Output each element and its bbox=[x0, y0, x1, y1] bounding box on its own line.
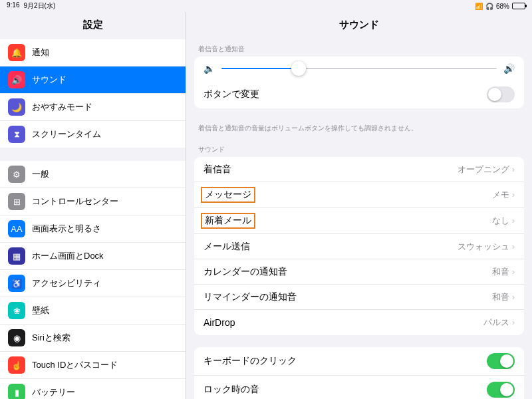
ringer-footer: 着信音と通知音の音量はボリュームボタンを操作しても調節されません。 bbox=[186, 120, 532, 133]
sidebar-item-label: 通知 bbox=[32, 47, 49, 59]
sidebar-icon: AA bbox=[8, 220, 25, 237]
battery-percent: 68% bbox=[496, 3, 509, 10]
content: サウンド 着信音と通知音 🔈 🔊 ボタンで変更 着信音と通知音の音量はボリューム… bbox=[186, 12, 532, 399]
change-with-buttons-row[interactable]: ボタンで変更 bbox=[194, 80, 524, 108]
lock-sound-row[interactable]: ロック時の音 bbox=[194, 376, 524, 399]
change-with-buttons-switch[interactable] bbox=[487, 86, 515, 102]
sidebar-icon: ⊞ bbox=[8, 193, 25, 210]
sidebar-icon: ☝ bbox=[8, 356, 25, 374]
sidebar-item[interactable]: ♿アクセシビリティ bbox=[0, 270, 186, 297]
sound-row[interactable]: メール送信スウォッシュ› bbox=[194, 234, 524, 259]
sidebar-item-label: スクリーンタイム bbox=[32, 128, 101, 140]
sidebar-icon: ◉ bbox=[8, 329, 25, 346]
sidebar-title: 設定 bbox=[0, 12, 186, 39]
lock-sound-switch[interactable] bbox=[487, 382, 515, 398]
feedback-section: キーボードのクリック ロック時の音 bbox=[194, 347, 524, 399]
chevron-right-icon: › bbox=[512, 190, 515, 200]
sidebar-item-label: 画面表示と明るさ bbox=[32, 223, 101, 235]
sound-label: AirDrop bbox=[203, 317, 235, 328]
sidebar-item[interactable]: ❀壁紙 bbox=[0, 297, 186, 325]
sidebar-icon: ⧗ bbox=[8, 126, 25, 143]
lock-sound-label: ロック時の音 bbox=[203, 384, 259, 396]
content-title: サウンド bbox=[186, 12, 532, 39]
sidebar-item-label: ホーム画面とDock bbox=[32, 250, 104, 262]
chevron-right-icon: › bbox=[512, 242, 515, 251]
sounds-section: 着信音オープニング›メッセージメモ›新着メールなし›メール送信スウォッシュ›カレ… bbox=[194, 157, 524, 335]
sounds-header: サウンド bbox=[186, 140, 532, 157]
sidebar-item-label: Siriと検索 bbox=[32, 332, 70, 344]
sound-row[interactable]: 着信音オープニング› bbox=[194, 157, 524, 182]
sound-label: カレンダーの通知音 bbox=[203, 266, 287, 278]
sidebar-item-label: Touch IDとパスコード bbox=[32, 359, 118, 371]
sound-row[interactable]: 新着メールなし› bbox=[194, 208, 524, 234]
keyboard-click-label: キーボードのクリック bbox=[203, 355, 297, 367]
status-bar: 9:16 9月2日(水) 📶 🎧 68% bbox=[0, 0, 532, 12]
sidebar-item[interactable]: 🔊サウンド bbox=[0, 66, 186, 94]
chevron-right-icon: › bbox=[512, 318, 515, 327]
sidebar-icon: ⚙ bbox=[8, 166, 25, 183]
volume-slider-row[interactable]: 🔈 🔊 bbox=[194, 57, 524, 80]
sidebar-item-label: 一般 bbox=[32, 168, 49, 180]
sound-value: 和音› bbox=[492, 266, 515, 278]
status-date: 9月2日(水) bbox=[23, 1, 55, 11]
sidebar: 設定 🔔通知🔊サウンド🌙おやすみモード⧗スクリーンタイム ⚙一般⊞コントロールセ… bbox=[0, 12, 186, 399]
sidebar-group-2: ⚙一般⊞コントロールセンターAA画面表示と明るさ▦ホーム画面とDock♿アクセシ… bbox=[0, 161, 186, 399]
chevron-right-icon: › bbox=[512, 216, 515, 225]
chevron-right-icon: › bbox=[512, 293, 515, 302]
volume-low-icon: 🔈 bbox=[203, 63, 215, 74]
sidebar-icon: 🔔 bbox=[8, 44, 25, 61]
volume-slider[interactable] bbox=[221, 68, 497, 69]
sound-value: パルス› bbox=[483, 317, 515, 329]
sound-label: 新着メール bbox=[201, 213, 255, 229]
battery-icon bbox=[512, 3, 525, 9]
sidebar-icon: ▦ bbox=[8, 247, 25, 265]
sound-row[interactable]: リマインダーの通知音和音› bbox=[194, 285, 524, 310]
keyboard-click-row[interactable]: キーボードのクリック bbox=[194, 347, 524, 376]
sidebar-item-label: 壁紙 bbox=[32, 305, 49, 317]
volume-high-icon: 🔊 bbox=[503, 63, 515, 74]
sidebar-icon: ▮ bbox=[8, 384, 25, 399]
sidebar-item[interactable]: ⚙一般 bbox=[0, 161, 186, 188]
status-time: 9:16 bbox=[7, 1, 19, 11]
ringer-header: 着信音と通知音 bbox=[186, 39, 532, 57]
sidebar-item[interactable]: ☝Touch IDとパスコード bbox=[0, 352, 186, 379]
sidebar-icon: 🌙 bbox=[8, 98, 25, 116]
sound-value: メモ› bbox=[492, 189, 515, 201]
sidebar-item-label: サウンド bbox=[32, 74, 66, 86]
sidebar-item-label: アクセシビリティ bbox=[32, 277, 101, 289]
sound-value: 和音› bbox=[492, 291, 515, 303]
sidebar-icon: 🔊 bbox=[8, 71, 25, 88]
sidebar-icon: ♿ bbox=[8, 275, 25, 292]
headphones-icon: 🎧 bbox=[485, 3, 493, 10]
sidebar-item-label: おやすみモード bbox=[32, 101, 92, 113]
sidebar-item-label: コントロールセンター bbox=[32, 196, 118, 207]
sidebar-icon: ❀ bbox=[8, 302, 25, 319]
sound-row[interactable]: カレンダーの通知音和音› bbox=[194, 259, 524, 285]
sidebar-item[interactable]: ▦ホーム画面とDock bbox=[0, 243, 186, 270]
sidebar-item[interactable]: ◉Siriと検索 bbox=[0, 325, 186, 352]
sound-label: リマインダーの通知音 bbox=[203, 291, 297, 303]
keyboard-click-switch[interactable] bbox=[487, 353, 515, 369]
sidebar-item[interactable]: AA画面表示と明るさ bbox=[0, 215, 186, 243]
sidebar-item[interactable]: ⊞コントロールセンター bbox=[0, 188, 186, 215]
sidebar-item[interactable]: 🔔通知 bbox=[0, 39, 186, 66]
chevron-right-icon: › bbox=[512, 267, 515, 277]
sidebar-item[interactable]: 🌙おやすみモード bbox=[0, 94, 186, 121]
sound-value: スウォッシュ› bbox=[458, 241, 515, 253]
sidebar-group-1: 🔔通知🔊サウンド🌙おやすみモード⧗スクリーンタイム bbox=[0, 39, 186, 148]
ringer-section: 🔈 🔊 ボタンで変更 bbox=[194, 57, 524, 108]
sound-label: メッセージ bbox=[201, 187, 255, 203]
sound-row[interactable]: メッセージメモ› bbox=[194, 182, 524, 208]
chevron-right-icon: › bbox=[512, 165, 515, 174]
wifi-icon: 📶 bbox=[475, 3, 483, 10]
sidebar-item[interactable]: ▮バッテリー bbox=[0, 379, 186, 399]
sound-row[interactable]: AirDropパルス› bbox=[194, 310, 524, 335]
sidebar-item[interactable]: ⧗スクリーンタイム bbox=[0, 121, 186, 148]
sound-value: なし› bbox=[492, 215, 515, 227]
sidebar-item-label: バッテリー bbox=[32, 386, 75, 398]
change-with-buttons-label: ボタンで変更 bbox=[203, 88, 259, 100]
sound-value: オープニング› bbox=[458, 164, 515, 176]
sound-label: メール送信 bbox=[203, 241, 250, 253]
sound-label: 着信音 bbox=[203, 164, 231, 176]
